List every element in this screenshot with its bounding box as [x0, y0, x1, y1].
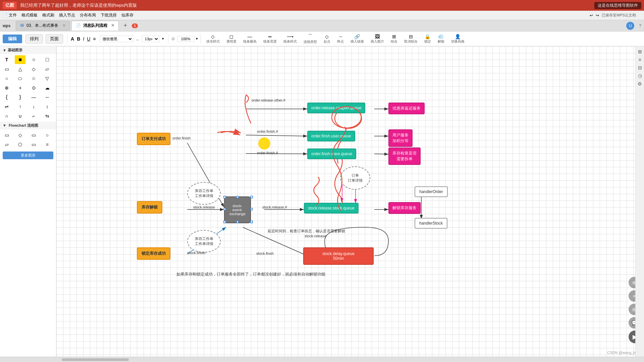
shape-oval[interactable]: ⬭ [15, 74, 25, 83]
basic-shapes-title[interactable]: ▼ 基础图形 [0, 46, 56, 54]
fullscreen-icon[interactable]: ⊞ [638, 49, 642, 54]
menu-stock[interactable]: 仙库存 [121, 12, 133, 18]
user-service-node[interactable]: 用户服务加积分等 [388, 129, 413, 147]
inventory-work1-node[interactable]: 库存工作单工作单详情 [187, 182, 221, 205]
start-point-btn[interactable]: ◇起点 [322, 33, 332, 45]
fc-shape-4[interactable]: ○ [42, 131, 53, 139]
order-pay-success-node[interactable]: 订单支付成功 [137, 133, 170, 145]
shape-cloud[interactable]: ☁ [42, 83, 53, 92]
insert-image-btn[interactable]: 🖼插入图片 [369, 33, 386, 45]
help-btn[interactable]: ? [639, 23, 641, 28]
shape-circle2[interactable]: ○ [1, 74, 12, 83]
fc-shape-2[interactable]: ◇ [15, 131, 25, 139]
shape-circle[interactable]: ○ [29, 55, 39, 64]
italic-btn[interactable]: I [83, 36, 84, 42]
inventory-work2-node[interactable]: 库存工作单工作单详情 [187, 230, 221, 253]
history-icon[interactable]: ◷ [638, 73, 642, 78]
tab-queue[interactable]: 📄 消息队列流程 ✕ [71, 21, 119, 31]
inventory-unlock-node[interactable]: 库存解锁 [137, 201, 162, 214]
edit-mode-btn[interactable]: 编辑 [3, 35, 22, 43]
font-size-select[interactable]: 13px [142, 36, 159, 42]
lock-btn[interactable]: 🔒锁定 [422, 33, 433, 45]
menu-sort[interactable]: 下统洗排 [101, 12, 117, 18]
menu-template[interactable]: 格式模板 [21, 12, 38, 18]
fc-shape-3[interactable]: ▭ [29, 131, 39, 139]
shape-cross[interactable]: ⊕ [1, 83, 12, 92]
insert-link-btn[interactable]: 🔗插入链接 [348, 33, 366, 45]
shape-corner[interactable]: ⌐ [29, 112, 39, 120]
stock-release-stock-queue-node[interactable]: stock.release.stock.queue [304, 203, 359, 214]
shape-brace-left[interactable]: { [1, 93, 12, 102]
switch-style-btn[interactable]: 👤切换风格 [449, 33, 467, 45]
shape-plus[interactable]: + [15, 83, 25, 92]
menu-brush[interactable]: 格式刷 [42, 12, 54, 18]
tab-business-close[interactable]: ✕ [62, 23, 66, 28]
fill-style-btn[interactable]: ◇填充样式 [204, 33, 222, 45]
menu-layout[interactable]: 分布布局 [80, 12, 96, 18]
new-tab-btn[interactable]: + [120, 21, 130, 31]
line-style-btn[interactable]: ⟶线条样式 [281, 33, 299, 45]
canvas[interactable]: 订单支付成功 order.release.coupon.queue 优惠券返还服… [56, 46, 644, 357]
shape-parallelogram[interactable]: ▱ [42, 65, 53, 73]
page-mode-btn[interactable]: 页面 [46, 34, 63, 44]
arrange-mode-btn[interactable]: 排列 [25, 34, 43, 44]
shape-arrow-lr2[interactable]: ⇆ [42, 112, 53, 120]
zoom-out-btn[interactable]: ◇ [172, 37, 174, 41]
menu-insert[interactable]: 插入节点 [59, 12, 75, 18]
shape-rect[interactable]: □ [42, 55, 53, 64]
lock-inventory-success-node[interactable]: 锁定库存成功 [137, 247, 170, 260]
shape-arrow-down[interactable]: ↓ [29, 102, 39, 111]
bold-btn[interactable]: B [77, 36, 80, 42]
settings-icon[interactable]: ⚙ [638, 81, 642, 86]
font-settings-btn[interactable]: ... [136, 37, 139, 41]
shape-union[interactable]: ∪ [15, 112, 25, 120]
flowchart-title[interactable]: ▼ Flowchart 流程图 [0, 122, 56, 129]
unlock-inventory-service-node[interactable]: 解锁库存服务 [388, 202, 421, 214]
end-point-btn[interactable]: →终点 [335, 33, 346, 45]
shape-star[interactable]: ☆ [29, 74, 39, 83]
canvas-area[interactable]: 订单支付成功 order.release.coupon.queue 优惠券返还服… [56, 46, 644, 357]
shape-rounded-rect[interactable]: ▭ [1, 65, 12, 73]
underline-btn[interactable]: U [87, 36, 90, 42]
shape-down-triangle[interactable]: ▽ [42, 74, 53, 83]
coupon-service-node[interactable]: 优惠券返还服务 [388, 103, 425, 114]
shape-arch[interactable]: ∩ [1, 112, 12, 120]
connector-type-btn[interactable]: ⌒连线类型 [302, 33, 319, 45]
shape-bidirectional[interactable]: ↔ [42, 93, 53, 102]
shape-diamond[interactable]: ◇ [29, 65, 39, 73]
stock-event-exchange-node[interactable]: stock-event-exchange [224, 196, 251, 223]
handler-stock-node[interactable]: handlerStock [415, 218, 447, 229]
tab-business[interactable]: W 03、本...布式事务 ✕ [16, 21, 70, 31]
shape-triangle[interactable]: △ [15, 65, 25, 73]
fc-shape-1[interactable]: ▭ [1, 131, 12, 139]
shape-sticky[interactable]: ■ [15, 55, 25, 64]
strikethrough-btn[interactable]: ≡ [93, 36, 96, 42]
order-detail-node[interactable]: 订单订单详情 [340, 166, 370, 190]
line-width-btn[interactable]: ═线条宽度 [261, 33, 279, 45]
line-color-btn[interactable]: —线条颜色 [241, 33, 259, 45]
text-btn[interactable]: A [71, 36, 74, 42]
tab-queue-close[interactable]: ✕ [111, 23, 114, 28]
shape-target[interactable]: ⊙ [29, 83, 39, 92]
horizontal-scrollbar[interactable] [0, 357, 644, 362]
more-shapes-btn[interactable]: 更多图形 [3, 152, 53, 159]
fc-shape-8[interactable]: ⌗ [42, 140, 53, 149]
font-select[interactable]: 微软雅黑 [100, 36, 133, 42]
zoom-expand-btn[interactable]: ▾ [196, 37, 198, 41]
shape-arrow-up[interactable]: ↑ [15, 102, 25, 111]
order-finish-ware-queue-node[interactable]: order.finsh.ware.queue [307, 148, 356, 159]
menu-file[interactable]: 📄 文件 [3, 12, 17, 18]
fc-shape-7[interactable]: ▭ [29, 140, 39, 149]
undo-btn[interactable]: ↩ [590, 13, 593, 18]
grid-icon[interactable]: ⊟ [638, 65, 642, 70]
fc-shape-5[interactable]: ▱ [1, 140, 12, 149]
shape-text[interactable]: T [1, 55, 12, 64]
handler-order-node[interactable]: handlerOrder [415, 186, 448, 197]
shape-arrows-lr[interactable]: ⇌ [1, 102, 12, 111]
shape-brace-right[interactable]: } [15, 93, 25, 102]
fc-shape-6[interactable]: ⬠ [15, 140, 25, 149]
shape-arrows-ud[interactable]: ↕ [42, 102, 53, 111]
shape-line[interactable]: — [29, 93, 39, 102]
layers-icon[interactable]: ≡ [638, 57, 641, 62]
group-btn[interactable]: ⊞组合 [389, 33, 399, 45]
